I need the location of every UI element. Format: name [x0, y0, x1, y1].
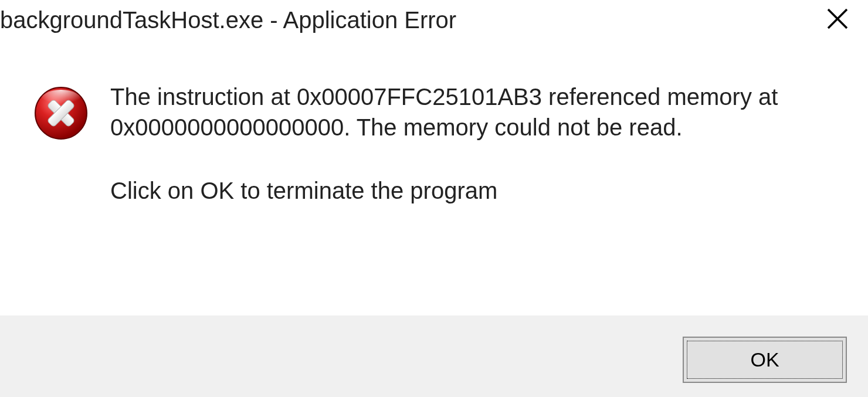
- dialog-content: The instruction at 0x00007FFC25101AB3 re…: [0, 35, 868, 315]
- error-dialog: backgroundTaskHost.exe - Application Err…: [0, 0, 868, 397]
- error-message-line1: The instruction at 0x00007FFC25101AB3 re…: [110, 82, 833, 142]
- titlebar: backgroundTaskHost.exe - Application Err…: [0, 0, 868, 35]
- error-message-line2: Click on OK to terminate the program: [110, 175, 833, 206]
- error-message: The instruction at 0x00007FFC25101AB3 re…: [110, 82, 833, 206]
- close-icon: [826, 7, 849, 30]
- dialog-title: backgroundTaskHost.exe - Application Err…: [0, 7, 456, 33]
- dialog-footer: OK: [0, 315, 868, 397]
- error-icon: [33, 85, 89, 141]
- close-button[interactable]: [819, 7, 856, 35]
- ok-button[interactable]: OK: [683, 337, 847, 383]
